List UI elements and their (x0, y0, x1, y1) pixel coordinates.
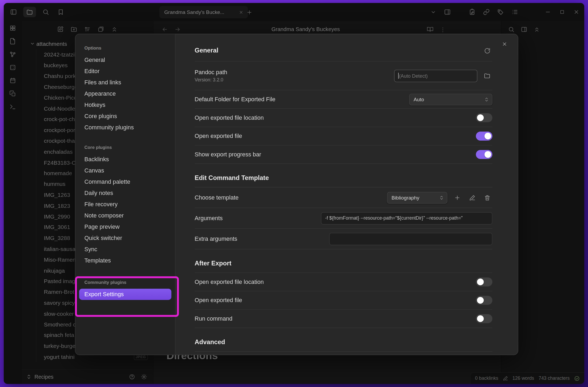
settings-nav-item[interactable]: Daily notes (79, 187, 171, 199)
setting-pandoc-path: Pandoc path Version: 3.2.0 (Auto Detect) (195, 62, 492, 91)
desktop-background: Grandma Sandy's Bucke... (0, 0, 588, 387)
highlight-annotation-box (75, 276, 179, 317)
toggle-open-exported-file-location[interactable] (476, 113, 492, 122)
settings-nav-item[interactable]: General (79, 54, 171, 66)
setting-choose-template: Choose template Bibliography (195, 187, 492, 208)
settings-nav-item[interactable]: Community plugins (79, 122, 171, 133)
default-folder-select[interactable]: Auto (409, 93, 492, 105)
pandoc-path-input[interactable]: (Auto Detect) (394, 70, 477, 82)
add-template-icon[interactable] (452, 192, 462, 203)
delete-template-icon[interactable] (482, 192, 492, 203)
setting-progress-bar: Show export progress bar (195, 145, 492, 164)
toggle-after-open-location[interactable] (476, 277, 492, 287)
toggle-run-command[interactable] (476, 314, 492, 323)
template-select[interactable]: Bibliography (387, 192, 447, 203)
section-after-export: After Export (195, 260, 492, 273)
setting-arguments: Arguments -f ${fromFormat} --resource-pa… (195, 208, 492, 229)
reset-icon[interactable] (482, 45, 492, 56)
app-window: Grandma Sandy's Bucke... (4, 3, 584, 384)
settings-nav-item[interactable]: Hotkeys (79, 99, 171, 111)
nav-core-plugins-list: BacklinksCanvasCommand paletteDaily note… (75, 154, 175, 266)
settings-nav-item[interactable]: Appearance (79, 88, 171, 99)
nav-options-list: GeneralEditorFiles and linksAppearanceHo… (75, 54, 175, 133)
setting-extra-arguments: Extra arguments (195, 229, 492, 249)
toggle-open-exported-file[interactable] (476, 131, 492, 141)
settings-nav-item[interactable]: Command palette (79, 176, 171, 187)
setting-open-file: Open exported file (195, 127, 492, 146)
settings-nav-item[interactable]: Page preview (79, 221, 171, 232)
setting-after-open-file: Open exported file (195, 291, 492, 310)
extra-arguments-input[interactable] (329, 233, 492, 245)
pandoc-version: Version: 3.2.0 (195, 77, 227, 82)
settings-content: General Pandoc path Version: 3.2.0 (Auto… (175, 34, 518, 355)
toggle-after-open-file[interactable] (476, 296, 492, 305)
settings-nav-item[interactable]: Templates (79, 255, 171, 266)
browse-folder-icon[interactable] (482, 70, 492, 81)
settings-nav-item[interactable]: Sync (79, 244, 171, 255)
section-advanced: Advanced (195, 339, 492, 352)
settings-nav-item[interactable]: Core plugins (79, 111, 171, 122)
edit-template-icon[interactable] (467, 192, 477, 203)
text-caret (398, 73, 399, 79)
settings-nav-item[interactable]: Note composer (79, 210, 171, 221)
modal-close-icon[interactable] (499, 39, 510, 49)
settings-nav-item[interactable]: File recovery (79, 199, 171, 210)
chevrons-up-down-icon (439, 195, 444, 200)
nav-section-header: Core plugins (75, 145, 175, 150)
settings-nav-item[interactable]: Canvas (79, 165, 171, 176)
setting-default-folder: Default Folder for Exported File Auto (195, 90, 492, 109)
chevrons-up-down-icon (484, 97, 489, 102)
arguments-input[interactable]: -f ${fromFormat} --resource-path="${curr… (321, 212, 492, 224)
settings-nav-item[interactable]: Editor (79, 66, 171, 77)
setting-open-location: Open exported file location (195, 109, 492, 127)
setting-run-command: Run command (195, 310, 492, 328)
section-edit-command-template: Edit Command Template (195, 174, 492, 187)
settings-nav-item[interactable]: Files and links (79, 77, 171, 88)
setting-after-open-location: Open exported file location (195, 273, 492, 291)
toggle-progress-bar[interactable] (476, 150, 492, 159)
settings-nav-item[interactable]: Backlinks (79, 154, 171, 165)
section-general: General (195, 45, 492, 61)
settings-nav-item[interactable]: Quick switcher (79, 232, 171, 244)
nav-section-header: Options (75, 45, 175, 51)
